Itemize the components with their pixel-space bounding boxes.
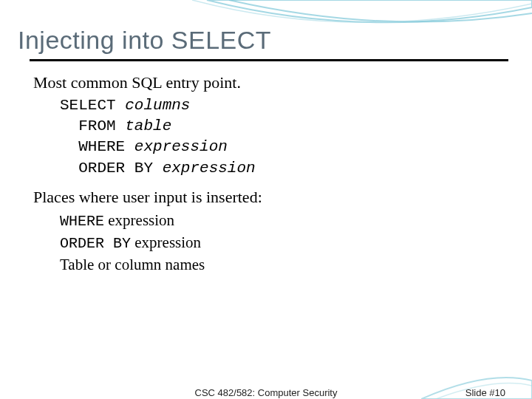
insert-points-list: WHERE expression ORDER BY expression Tab… [33,210,502,276]
code-placeholder: columns [125,97,190,114]
code-placeholder: expression [134,138,228,155]
section1-heading: Most common SQL entry point. [33,72,502,94]
code-keyword: ORDER BY [60,160,163,177]
code-placeholder: table [125,117,171,134]
code-keyword: FROM [60,117,125,134]
list-item: ORDER BY expression [60,232,502,254]
section2-heading: Places where user input is inserted: [33,186,502,208]
list-item-text: expression [104,211,174,229]
list-item: WHERE expression [60,210,502,232]
list-item: Table or column names [60,254,502,276]
slide-content: Most common SQL entry point. SELECT colu… [0,61,532,276]
code-keyword: WHERE [60,138,134,155]
footer-course: CSC 482/582: Computer Security [195,387,338,398]
code-placeholder: expression [163,160,256,177]
code-inline: WHERE [60,213,104,230]
footer-slide-number: Slide #10 [466,387,505,398]
code-keyword: SELECT [60,97,125,114]
slide-title: Injecting into SELECT [0,0,532,59]
sql-code-block: SELECT columns FROM table WHERE expressi… [33,95,502,179]
list-item-text: expression [131,233,201,251]
code-inline: ORDER BY [60,235,131,252]
